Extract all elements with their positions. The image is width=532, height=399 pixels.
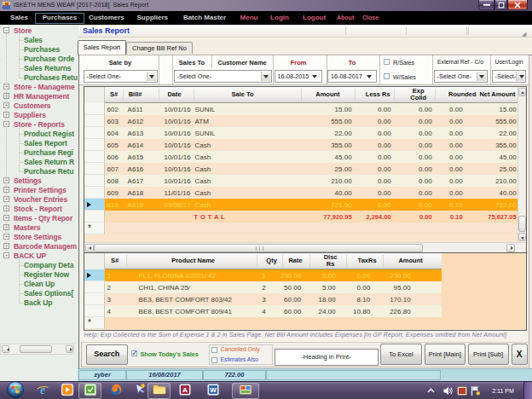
- row-selector[interactable]: [84, 163, 105, 175]
- grid1-row-6[interactable]: 608A61710/01/16Cash210.000.000.000.00210…: [105, 175, 518, 187]
- taskbar-access-icon[interactable]: A: [173, 383, 196, 399]
- from-date-picker[interactable]: 16-08-2015: [275, 70, 323, 83]
- scroll-right-button[interactable]: [506, 244, 515, 252]
- sidebar-item-clean-up[interactable]: Clean Up: [24, 280, 55, 288]
- column-header-net-amount[interactable]: Net Amount: [448, 91, 516, 98]
- row-selector[interactable]: [84, 127, 105, 139]
- sidebar-item-register-now[interactable]: Register Now: [24, 270, 69, 279]
- grid1-row-1[interactable]: 603A61210/01/16ATM555.000.000.000.00555.…: [105, 115, 518, 127]
- menu-item-customers[interactable]: Customers: [89, 11, 124, 25]
- sidebar-item-sales-report[interactable]: Sales Report: [24, 139, 67, 147]
- sidebar-item-purchases-retu[interactable]: Purchases Retu: [24, 73, 78, 82]
- scroll-right-button[interactable]: [66, 345, 73, 353]
- sidebar-item-purchase-orde[interactable]: Purchase Orde: [24, 55, 74, 63]
- sidebar-item-sales[interactable]: Sales: [24, 36, 43, 44]
- tray-network-flag-icon[interactable]: [470, 385, 481, 396]
- w-sales-checkbox[interactable]: [384, 73, 390, 79]
- maximize-button[interactable]: [494, 0, 507, 10]
- sidebar-item-sales-returns[interactable]: Sales Returns: [24, 64, 71, 72]
- menu-item-logout[interactable]: Logout: [303, 11, 323, 25]
- dropdown-arrow-icon[interactable]: [261, 72, 270, 81]
- start-button[interactable]: [5, 383, 25, 399]
- taskbar-word-icon[interactable]: W: [201, 383, 224, 399]
- sidebar-item-store-reports[interactable]: Store - Reports: [14, 120, 65, 129]
- tray-app-icon[interactable]: [457, 386, 467, 396]
- row-selector[interactable]: [84, 139, 105, 151]
- sidebar-item-sales-options-[interactable]: Sales Options[: [24, 289, 73, 298]
- row-selector[interactable]: [84, 175, 105, 187]
- sales-grid-vertical-scrollbar[interactable]: [518, 87, 525, 242]
- sidebar-item-store-settings[interactable]: Store Settings: [14, 233, 61, 241]
- row-selector-current[interactable]: [84, 269, 105, 281]
- sidebar-item-back-up[interactable]: Back Up: [24, 298, 52, 307]
- grid2-row-2[interactable]: 3BE3, BEST COMFORT 803/42360.0018.008.10…: [105, 293, 442, 305]
- menu-item-login[interactable]: Login: [269, 11, 290, 25]
- show-desktop-button[interactable]: [523, 382, 532, 399]
- dropdown-arrow-icon[interactable]: [477, 72, 486, 81]
- sidebar-item-stock-report[interactable]: Stock - Report: [14, 205, 62, 213]
- grid1-row-4[interactable]: 606A61510/01/16Cash45.000.000.000.0045.0…: [105, 151, 518, 163]
- row-selector[interactable]: [84, 115, 105, 127]
- heading-in-print-input[interactable]: -Heading in Print-: [275, 349, 379, 366]
- tray-show-hidden-icon[interactable]: [427, 388, 435, 394]
- tab-sales-report[interactable]: Sales Report: [78, 40, 126, 55]
- dropdown-arrow-icon[interactable]: [311, 72, 319, 81]
- grid2-row-1[interactable]: 2CHI1, CHINA 25/250.005.000.0095.00: [105, 281, 442, 293]
- sidebar-item-store-manageme[interactable]: Store - Manageme: [14, 83, 75, 91]
- column-header-less-rs[interactable]: Less Rs: [322, 91, 390, 98]
- scroll-left-button[interactable]: [85, 244, 94, 252]
- sidebar-item-purchases[interactable]: Purchases: [24, 45, 60, 54]
- sidebar-item-purchase-retu[interactable]: Purchase Retu: [24, 167, 73, 176]
- show-todays-sales-checkbox[interactable]: [131, 350, 137, 356]
- close-report-button[interactable]: X: [512, 344, 528, 365]
- sidebar-item-store[interactable]: Store: [14, 26, 32, 35]
- minimize-button[interactable]: [478, 0, 494, 10]
- dropdown-arrow-icon[interactable]: [147, 72, 156, 81]
- grid1-row-3[interactable]: 605A61410/01/16Cash355.000.000.000.00355…: [105, 139, 518, 151]
- row-selector[interactable]: [84, 187, 105, 199]
- taskbar-app-button[interactable]: [78, 383, 101, 399]
- sidebar-horizontal-scrollbar[interactable]: [0, 344, 74, 355]
- scroll-left-button[interactable]: [2, 345, 9, 353]
- scroll-down-button[interactable]: [518, 233, 526, 241]
- grid2-row-3[interactable]: 4BE8, BEST COMFORT 809/41460.0024.0010.8…: [105, 305, 442, 317]
- taskbar-media-player-icon[interactable]: [55, 383, 78, 399]
- grid1-row-8[interactable]: 610A61909/08/17Cash721.900.000.000.10722…: [105, 199, 518, 211]
- taskbar-firefox-icon[interactable]: [104, 383, 127, 399]
- tab-change-bill-ref-no[interactable]: Change Bill Ref No: [126, 42, 193, 54]
- sidebar-item-items-qty-repor[interactable]: Items - Qty Repor: [14, 214, 72, 223]
- sidebar-item-settings[interactable]: Settings: [14, 176, 42, 185]
- sidebar-item-printer-settings[interactable]: Printer Settings: [14, 186, 66, 194]
- sales-to-dropdown[interactable]: -Select One-: [174, 70, 272, 83]
- column-header-product-name[interactable]: Product Name: [159, 257, 228, 264]
- menu-item-batch-master[interactable]: Batch Master: [182, 11, 228, 25]
- sale-by-dropdown[interactable]: -Select One-: [84, 70, 158, 83]
- sidebar-item-voucher-entries[interactable]: Voucher Entries: [14, 195, 67, 204]
- grid1-row-5[interactable]: 607A61610/01/16Cash25.000.000.000.0025.0…: [105, 163, 518, 175]
- taskbar-clock[interactable]: 2:11 PM: [491, 382, 515, 399]
- sidebar-item-hr-management[interactable]: HR Management: [14, 92, 69, 101]
- sidebar-item-company-deta[interactable]: Company Deta: [24, 261, 73, 269]
- grid1-row-2[interactable]: 604A61310/01/16SUNIL22.000.000.000.0022.…: [105, 127, 518, 139]
- taskbar-internet-explorer-icon[interactable]: e: [31, 383, 54, 399]
- scroll-thumb[interactable]: [518, 216, 526, 232]
- external-ref-dropdown[interactable]: -Select One-: [434, 70, 488, 83]
- row-selector[interactable]: [84, 103, 105, 115]
- to-excel-button[interactable]: To Excel: [380, 344, 422, 365]
- to-date-picker[interactable]: 16-08-2017: [327, 70, 377, 83]
- user-login-dropdown[interactable]: -Select-: [492, 70, 527, 83]
- sidebar-item-suppliers[interactable]: Suppliers: [14, 111, 46, 119]
- dropdown-arrow-icon[interactable]: [516, 72, 524, 81]
- menu-item-menu[interactable]: Menu: [239, 11, 259, 25]
- menu-item-sales[interactable]: Sales: [9, 11, 29, 25]
- grid1-row-0[interactable]: 602A61110/01/16SUNIL15.000.000.000.0015.…: [105, 103, 518, 115]
- menu-item-about[interactable]: About: [337, 11, 352, 25]
- tree-collapse-icon[interactable]: −: [3, 27, 9, 33]
- close-button[interactable]: [507, 0, 528, 10]
- cancelled-only-checkbox[interactable]: [211, 347, 217, 353]
- grid2-row-0[interactable]: 1FL1, FLORINA 32001/ 421230.000.000.0023…: [105, 269, 442, 281]
- sidebar-item-purchase-regi[interactable]: Purchase Regi: [24, 148, 73, 157]
- print-sub-button[interactable]: Print [Sub]: [468, 344, 509, 365]
- row-selector[interactable]: [84, 151, 105, 163]
- row-selector[interactable]: [84, 281, 105, 293]
